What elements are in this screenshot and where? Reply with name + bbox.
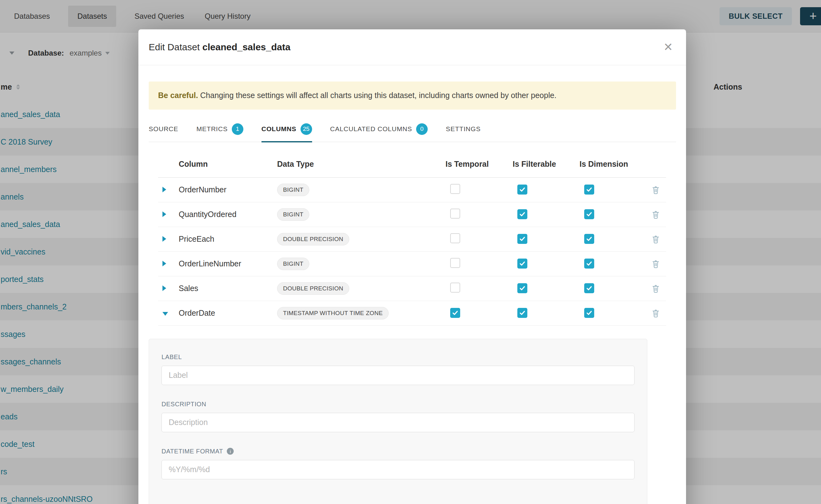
tab-label: CALCULATED COLUMNS <box>330 125 413 133</box>
expand-caret-icon[interactable] <box>162 211 166 217</box>
is-dimension-header: Is Dimension <box>580 160 645 169</box>
column-row-priceeach: PriceEachDOUBLE PRECISION <box>158 227 666 252</box>
tab-metrics[interactable]: METRICS1 <box>196 123 243 142</box>
modal-header: Edit Dataset cleaned_sales_data ✕ <box>138 29 686 65</box>
delete-column-icon[interactable] <box>652 210 660 219</box>
is-temporal-checkbox[interactable] <box>450 209 460 219</box>
column-name: OrderNumber <box>179 185 277 194</box>
is-filterable-checkbox[interactable] <box>517 259 527 269</box>
tab-label: METRICS <box>196 125 228 133</box>
edit-dataset-modal: Edit Dataset cleaned_sales_data ✕ Be car… <box>138 29 686 504</box>
delete-column-icon[interactable] <box>652 185 660 194</box>
is-temporal-checkbox[interactable] <box>450 233 460 243</box>
delete-column-icon[interactable] <box>652 259 660 268</box>
column-name: QuantityOrdered <box>179 210 277 219</box>
column-detail-panel: LABEL DESCRIPTION DATETIME FORMAT i <box>149 339 647 504</box>
tab-count-badge: 0 <box>416 123 428 135</box>
columns-table-header: Column Data Type Is Temporal Is Filterab… <box>158 142 666 178</box>
expand-caret-icon[interactable] <box>162 261 166 266</box>
is-filterable-checkbox[interactable] <box>517 308 527 318</box>
tab-settings[interactable]: SETTINGS <box>446 123 481 142</box>
expand-caret-icon[interactable] <box>162 187 166 192</box>
modal-title-prefix: Edit Dataset <box>149 42 200 52</box>
modal-body: Be careful. Changing these settings will… <box>138 82 686 504</box>
modal-title-dataset-name: cleaned_sales_data <box>202 42 290 52</box>
label-field-group: LABEL <box>161 353 635 385</box>
is-temporal-checkbox[interactable] <box>450 184 460 194</box>
close-icon[interactable]: ✕ <box>664 42 673 53</box>
data-type-header: Data Type <box>277 160 446 169</box>
column-row-orderdate: OrderDateTIMESTAMP WITHOUT TIME ZONE <box>158 301 666 326</box>
warning-banner-text: Changing these settings will affect all … <box>198 91 557 100</box>
column-row-sales: SalesDOUBLE PRECISION <box>158 276 666 301</box>
tab-columns[interactable]: COLUMNS25 <box>261 123 312 142</box>
tab-label: SETTINGS <box>446 125 481 133</box>
is-dimension-checkbox[interactable] <box>584 209 594 219</box>
column-name: PriceEach <box>179 235 277 244</box>
modal-title: Edit Dataset cleaned_sales_data <box>149 42 290 52</box>
label-field-label: LABEL <box>161 353 182 361</box>
is-dimension-checkbox[interactable] <box>584 259 594 269</box>
data-type-pill: BIGINT <box>277 184 309 196</box>
delete-column-icon[interactable] <box>652 309 660 318</box>
is-temporal-checkbox[interactable] <box>450 283 460 293</box>
is-dimension-checkbox[interactable] <box>584 283 594 293</box>
data-type-pill: BIGINT <box>277 258 309 270</box>
is-dimension-checkbox[interactable] <box>584 308 594 318</box>
datetime-format-field-label: DATETIME FORMAT <box>161 448 223 455</box>
tab-label: COLUMNS <box>261 125 296 133</box>
datetime-format-input[interactable] <box>161 460 635 479</box>
expand-caret-icon[interactable] <box>162 285 166 291</box>
tab-label: SOURCE <box>149 125 178 133</box>
tab-count-badge: 25 <box>300 123 312 135</box>
column-row-orderlinenumber: OrderLineNumberBIGINT <box>158 252 666 276</box>
data-type-pill: TIMESTAMP WITHOUT TIME ZONE <box>277 307 388 319</box>
collapse-caret-icon[interactable] <box>162 312 168 316</box>
app-window: DatabasesDatasetsSaved QueriesQuery Hist… <box>0 0 821 504</box>
modal-tabs: SOURCEMETRICS1COLUMNS25CALCULATED COLUMN… <box>149 123 676 142</box>
tab-source[interactable]: SOURCE <box>149 123 178 142</box>
is-filterable-header: Is Filterable <box>513 160 580 169</box>
tab-count-badge: 1 <box>232 123 243 135</box>
delete-column-icon[interactable] <box>652 284 660 293</box>
info-icon[interactable]: i <box>227 448 234 455</box>
column-row-quantityordered: QuantityOrderedBIGINT <box>158 202 666 227</box>
is-temporal-header: Is Temporal <box>446 160 513 169</box>
datetime-format-field-group: DATETIME FORMAT i <box>161 448 635 479</box>
data-type-pill: DOUBLE PRECISION <box>277 282 349 295</box>
warning-banner-bold: Be careful. <box>158 91 198 100</box>
description-field-group: DESCRIPTION <box>161 401 635 432</box>
column-name: Sales <box>179 284 277 293</box>
is-filterable-checkbox[interactable] <box>517 234 527 244</box>
is-filterable-checkbox[interactable] <box>517 185 527 195</box>
delete-column-icon[interactable] <box>652 235 660 244</box>
description-input[interactable] <box>161 413 635 432</box>
is-filterable-checkbox[interactable] <box>517 209 527 219</box>
tab-calculated-columns[interactable]: CALCULATED COLUMNS0 <box>330 123 428 142</box>
column-row-ordernumber: OrderNumberBIGINT <box>158 178 666 202</box>
label-input[interactable] <box>161 366 635 385</box>
data-type-pill: BIGINT <box>277 208 309 221</box>
warning-banner: Be careful. Changing these settings will… <box>149 82 676 110</box>
is-dimension-checkbox[interactable] <box>584 234 594 244</box>
is-temporal-checkbox[interactable] <box>450 258 460 268</box>
columns-table-rows: OrderNumberBIGINTQuantityOrderedBIGINTPr… <box>158 178 666 326</box>
expand-caret-icon[interactable] <box>162 236 166 242</box>
column-header: Column <box>179 160 277 169</box>
is-temporal-checkbox[interactable] <box>450 308 460 318</box>
column-name: OrderLineNumber <box>179 259 277 268</box>
columns-table: Column Data Type Is Temporal Is Filterab… <box>158 142 666 326</box>
data-type-pill: DOUBLE PRECISION <box>277 233 349 245</box>
is-dimension-checkbox[interactable] <box>584 185 594 195</box>
column-name: OrderDate <box>179 309 277 318</box>
description-field-label: DESCRIPTION <box>161 401 206 408</box>
is-filterable-checkbox[interactable] <box>517 283 527 293</box>
